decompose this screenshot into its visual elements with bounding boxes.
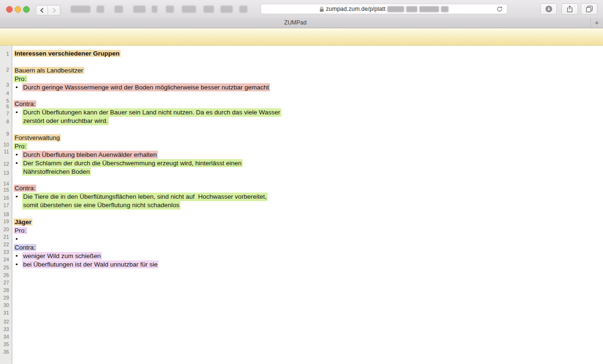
editor-line[interactable]: •Durch Überflutung bleiben Auenwälder er…: [14, 151, 158, 159]
back-button[interactable]: [36, 5, 48, 16]
chevron-left-icon: [40, 8, 44, 13]
browser-chrome: zumpad.zum.de/p/platt: [0, 0, 603, 18]
editor-line[interactable]: Forstverwaltung: [14, 134, 61, 142]
line-number: 13: [0, 170, 9, 176]
list-bullet: •: [16, 260, 18, 269]
share-button[interactable]: [562, 3, 578, 15]
line-number: 29: [0, 295, 9, 301]
editor-line[interactable]: Contra:: [14, 243, 36, 252]
pad-editor[interactable]: 1234567891011121314151617181920212223242…: [0, 46, 603, 364]
author-highlight: Contra:: [14, 100, 36, 107]
line-number: 16: [0, 195, 9, 201]
url-text: zumpad.zum.de/p/platt: [326, 6, 385, 12]
bookmark-item-redacted[interactable]: [220, 6, 233, 13]
bookmark-item-redacted[interactable]: [182, 6, 196, 13]
editor-line[interactable]: •weniger Wild zum schießen: [14, 252, 102, 260]
editor-line[interactable]: •Die Tiere die in den Überflütungsfläche…: [14, 193, 268, 201]
editor-line[interactable]: Pro:: [14, 226, 27, 235]
tab-zumpad[interactable]: ZUMPad: [0, 18, 591, 28]
author-highlight: bei Überflutungen ist der Wald unnutzbar…: [22, 260, 158, 269]
line-number: 27: [0, 280, 9, 286]
close-window-button[interactable]: [6, 6, 13, 13]
line-number: 12: [0, 161, 9, 167]
list-bullet: •: [16, 83, 18, 92]
line-number: 21: [0, 234, 9, 240]
bookmark-item-redacted[interactable]: [71, 6, 90, 13]
editor-line[interactable]: •Der Schlamm der durch die Überschwemmun…: [14, 159, 243, 168]
lock-icon: [319, 6, 324, 12]
line-number: 4: [0, 90, 9, 97]
author-highlight: Forstverwaltung: [14, 134, 61, 141]
bookmark-item-redacted[interactable]: [166, 6, 174, 13]
author-highlight: Pro:: [14, 75, 27, 82]
author-highlight: Interessen verschiedener Gruppen: [14, 50, 121, 57]
pad-toolbar: B I U S: [0, 28, 603, 46]
line-number: 6: [0, 104, 9, 110]
bookmark-item-redacted[interactable]: [239, 6, 247, 13]
list-bullet: •: [16, 252, 18, 260]
author-highlight: Durch Überflutungen kann der Bauer sein …: [22, 108, 281, 117]
editor-line[interactable]: •Durch Überflutungen kann der Bauer sein…: [14, 108, 281, 117]
editor-line[interactable]: somit überstehen sie eine Überflutung ni…: [14, 201, 180, 210]
line-number: 14: [0, 181, 9, 187]
download-icon: [545, 5, 553, 13]
author-highlight: Contra:: [14, 244, 36, 251]
line-number-gutter: 1234567891011121314151617181920212223242…: [0, 46, 12, 364]
line-number: 31: [0, 310, 9, 316]
reload-button[interactable]: [496, 6, 503, 13]
line-number: 10: [0, 142, 9, 148]
author-highlight: Pro:: [14, 143, 27, 150]
forward-button[interactable]: [48, 5, 60, 16]
zoom-window-button[interactable]: [23, 6, 30, 13]
line-number: 11: [0, 149, 9, 155]
list-bullet: •: [16, 151, 18, 159]
new-tab-button[interactable]: +: [590, 18, 603, 28]
editor-line[interactable]: Contra:: [14, 184, 36, 193]
line-number: 2: [0, 67, 9, 73]
editor-line[interactable]: Pro:: [14, 142, 27, 151]
line-number: 33: [0, 326, 9, 332]
url-redacted-blur: [387, 6, 448, 12]
author-highlight: Pro:: [14, 227, 27, 234]
bookmark-item-redacted[interactable]: [97, 6, 104, 13]
editor-line[interactable]: Nährstoffreichen Boden: [14, 168, 91, 176]
address-bar[interactable]: zumpad.zum.de/p/platt: [261, 4, 507, 14]
downloads-button[interactable]: [540, 3, 557, 15]
editor-line[interactable]: Jäger: [14, 218, 33, 226]
bookmark-item-redacted[interactable]: [114, 6, 123, 13]
line-number: 7: [0, 111, 9, 117]
show-tabs-button[interactable]: [581, 3, 597, 15]
bookmark-item-redacted[interactable]: [152, 6, 157, 13]
list-bullet: •: [16, 235, 18, 243]
minimize-window-button[interactable]: [15, 6, 21, 13]
line-number: 3: [0, 82, 9, 88]
author-highlight: Nährstoffreichen Boden: [22, 168, 91, 176]
bookmark-item-redacted[interactable]: [133, 6, 146, 13]
bookmark-item-redacted[interactable]: [204, 6, 214, 13]
line-number: 18: [0, 211, 9, 218]
editor-line[interactable]: zerstört oder unfruchtbar wird.: [14, 117, 109, 125]
line-number: 36: [0, 349, 9, 355]
line-number: 15: [0, 187, 9, 193]
author-highlight: Der Schlamm der durch die Überschwemmung…: [22, 159, 243, 168]
line-number: 35: [0, 341, 9, 348]
editor-line[interactable]: Pro:: [14, 75, 27, 83]
editor-line[interactable]: •bei Überflutungen ist der Wald unnutzba…: [14, 260, 158, 269]
line-number: 24: [0, 257, 9, 263]
line-number: 32: [0, 319, 9, 325]
editor-line[interactable]: Interessen verschiedener Gruppen: [14, 49, 121, 58]
editor-line[interactable]: •Durch geringe Wasssermenge wird der Bod…: [14, 83, 270, 92]
line-number: 23: [0, 249, 9, 255]
line-number: 20: [0, 226, 9, 233]
line-number: 25: [0, 265, 9, 271]
share-icon: [566, 5, 574, 13]
tab-bar: ZUMPad +: [0, 18, 603, 28]
author-highlight: weniger Wild zum schießen: [22, 252, 102, 260]
author-highlight: Durch Überflutung bleiben Auenwälder erh…: [22, 151, 158, 159]
line-number: 26: [0, 272, 9, 278]
editor-line[interactable]: Bauern als Landbesitzer: [14, 66, 84, 75]
author-highlight: Bauern als Landbesitzer: [14, 67, 84, 74]
list-bullet: •: [16, 159, 18, 168]
line-number: 1: [0, 51, 9, 57]
editor-line[interactable]: Contra:: [14, 100, 36, 108]
